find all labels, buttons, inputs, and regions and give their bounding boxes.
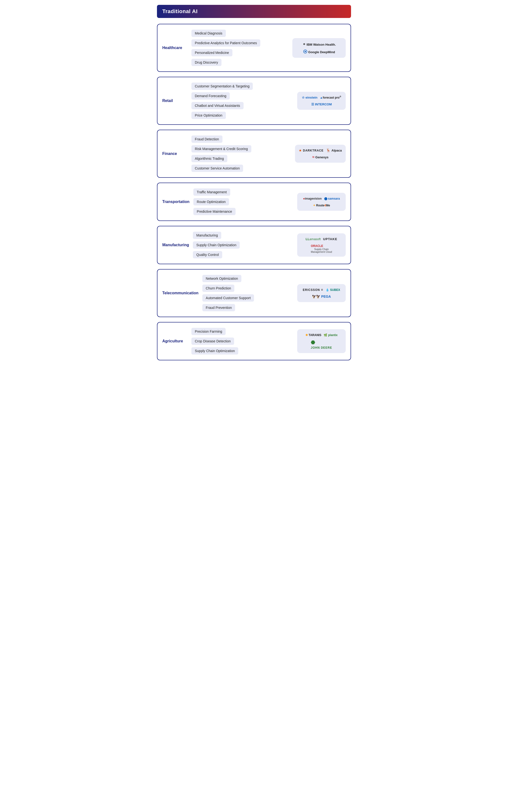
item-tag: Customer Service Automation	[192, 165, 243, 172]
logo-row: ✦ Route4Me	[313, 203, 330, 207]
sector-items-retail: Customer Segmentation & TargetingDemand …	[192, 83, 293, 119]
item-tag: Quality Control	[193, 251, 222, 258]
item-tag: Algorithmic Trading	[192, 155, 227, 162]
logo-ibm-watson: ⚬IBM Watson Health.	[302, 41, 336, 47]
item-tag: Manufacturing	[193, 232, 221, 239]
logo-john-deere: ⬣JOHN DEERE	[311, 340, 332, 350]
sector-label-healthcare: Healthcare	[162, 46, 192, 50]
sector-items-manufacturing: ManufacturingSupply Chain OptimizationQu…	[193, 232, 293, 258]
header-title: Traditional AI	[162, 8, 198, 14]
logo-imagevision: ●imagevision	[303, 196, 322, 201]
sector-logos-transportation: ●imagevision⬤ samsara✦ Route4Me	[297, 193, 346, 211]
item-tag: Automated Customer Support	[202, 294, 254, 302]
sector-logos-manufacturing: LLamasoftUPTAKEORACLESupply ChainManagem…	[297, 233, 346, 257]
logo-row: ORACLESupply ChainManagement Cloud	[311, 243, 332, 253]
item-tag: Price Optimization	[192, 112, 226, 119]
sector-logos-finance: ★ DARKTRACE🦌 Alpaca≈ Genesys	[295, 145, 346, 163]
item-tag: Route Optimization	[193, 198, 229, 205]
sector-card-agriculture: AgriculturePrecision FarmingCrop Disease…	[157, 322, 351, 360]
logo-llamasoft: LLamasoft	[306, 237, 321, 241]
sector-label-manufacturing: Manufacturing	[162, 243, 193, 247]
logo-row: 🦅🦅 PEGA	[312, 294, 331, 299]
sector-card-telecommunication: TelecommunicationNetwork OptimizationChu…	[157, 269, 351, 317]
sector-card-retail: RetailCustomer Segmentation & TargetingD…	[157, 77, 351, 125]
logo-row: ≈ Genesys	[312, 155, 329, 159]
sector-card-manufacturing: ManufacturingManufacturingSupply Chain O…	[157, 226, 351, 264]
item-tag: Customer Segmentation & Targeting	[192, 83, 253, 90]
logo-row: ⚬IBM Watson Health.⦿ Google DeepMind	[296, 41, 342, 54]
sector-logos-healthcare: ⚬IBM Watson Health.⦿ Google DeepMind	[292, 38, 346, 58]
sector-logos-retail: ☆ einstein▲forecast pro®☰ INTERCOM	[297, 92, 346, 110]
item-tag: Network Optimization	[202, 275, 241, 282]
sector-label-telecommunication: Telecommunication	[162, 291, 202, 295]
logo-google-deepmind: ⦿ Google DeepMind	[303, 49, 335, 54]
item-tag: Drug Discovery	[192, 59, 221, 66]
sector-items-transportation: Traffic ManagementRoute OptimizationPred…	[193, 188, 293, 215]
sector-label-finance: Finance	[162, 152, 192, 156]
item-tag: Precision Farming	[192, 328, 226, 335]
item-tag: Traffic Management	[193, 188, 230, 196]
item-tag: Demand Forecasting	[192, 92, 230, 100]
item-tag: Medical Diagnosis	[192, 30, 226, 37]
header: Traditional AI	[157, 5, 351, 18]
logo-row: ●imagevision⬤ samsara	[303, 196, 340, 201]
item-tag: Fraud Prevention	[202, 304, 235, 311]
sector-label-retail: Retail	[162, 99, 192, 103]
sector-items-healthcare: Medical DiagnosisPredictive Analytics fo…	[192, 30, 288, 66]
logo-ericsson: ERICSSON ≡	[303, 287, 323, 292]
logo-plantix: 🌿 plantix	[324, 333, 337, 337]
item-tag: Supply Chain Optimization	[192, 347, 238, 354]
logo-row: ★ DARKTRACE🦌 Alpaca	[299, 148, 342, 153]
item-tag: Chatbot and Virtual Assistants	[192, 102, 244, 109]
logo-route4me: ✦ Route4Me	[313, 203, 330, 207]
logo-forecast-pro: ▲forecast pro®	[320, 95, 341, 100]
sector-items-finance: Fraud DetectionRisk Management & Credit …	[192, 136, 291, 172]
logo-subex: 💧 SUBEX	[326, 287, 340, 292]
item-tag: Personalized Medicine	[192, 49, 232, 56]
sector-label-agriculture: Agriculture	[162, 339, 192, 343]
logo-row: ⬣JOHN DEERE	[311, 340, 332, 350]
sector-items-agriculture: Precision FarmingCrop Disease DetectionS…	[192, 328, 293, 354]
logo-row: ERICSSON ≡💧 SUBEX	[303, 287, 340, 292]
logo-alpaca: 🦌 Alpaca	[326, 148, 342, 153]
item-tag: Supply Chain Optimization	[193, 241, 240, 249]
logo-einstein: ☆ einstein	[302, 95, 318, 100]
logo-genesys: ≈ Genesys	[312, 155, 329, 159]
logo-darktrace: ★ DARKTRACE	[299, 148, 324, 153]
logo-row: ☰ INTERCOM	[311, 102, 332, 106]
sector-card-transportation: TransportationTraffic ManagementRoute Op…	[157, 183, 351, 221]
item-tag: Predictive Maintenance	[193, 208, 236, 215]
logo-row: ✹ TARANIS🌿 plantix	[305, 333, 338, 337]
logo-row: ☆ einstein▲forecast pro®	[302, 95, 341, 100]
logo-row: LLamasoftUPTAKE	[306, 237, 337, 241]
sector-items-telecommunication: Network OptimizationChurn PredictionAuto…	[202, 275, 293, 311]
sector-card-healthcare: HealthcareMedical DiagnosisPredictive An…	[157, 24, 351, 72]
item-tag: Predictive Analytics for Patient Outcome…	[192, 39, 260, 47]
item-tag: Risk Management & Credit Scoring	[192, 145, 251, 153]
sector-logos-agriculture: ✹ TARANIS🌿 plantix⬣JOHN DEERE	[297, 329, 346, 353]
logo-pega: 🦅🦅 PEGA	[312, 294, 331, 299]
logo-oracle-scm: ORACLESupply ChainManagement Cloud	[311, 243, 332, 253]
logo-uptake: UPTAKE	[323, 237, 337, 241]
item-tag: Churn Prediction	[202, 284, 235, 292]
logo-samsara: ⬤ samsara	[324, 196, 340, 201]
logo-intercom: ☰ INTERCOM	[311, 102, 332, 106]
sector-label-transportation: Transportation	[162, 200, 193, 204]
item-tag: Fraud Detection	[192, 136, 222, 143]
item-tag: Crop Disease Detection	[192, 338, 234, 345]
sector-card-finance: FinanceFraud DetectionRisk Management & …	[157, 130, 351, 178]
logo-taranis: ✹ TARANIS	[305, 333, 322, 337]
sector-logos-telecommunication: ERICSSON ≡💧 SUBEX🦅🦅 PEGA	[297, 284, 346, 302]
